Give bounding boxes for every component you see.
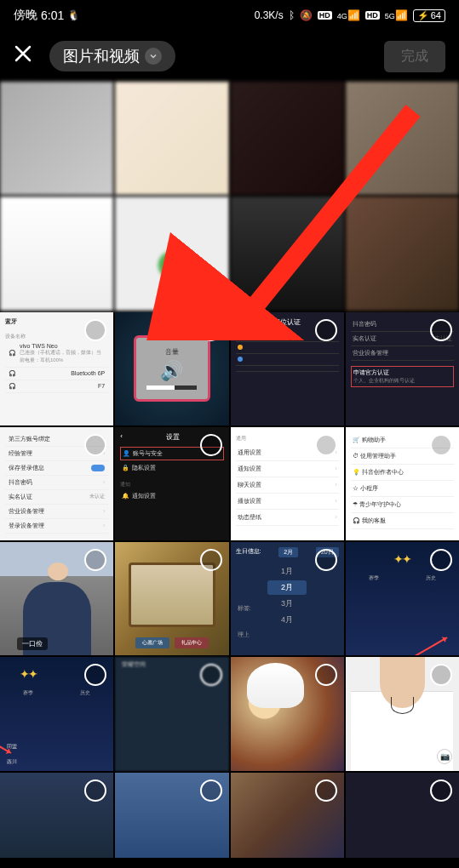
status-bar: 傍晚6:01 🐧 0.3K/s ᛒ 🔕 HD 4G📶 HD 5G📶 ⚡64 xyxy=(0,0,459,31)
rank-tabs: 赛季 历史 xyxy=(346,574,459,582)
volume-overlay: 音量 🔊 xyxy=(134,335,211,401)
select-toggle[interactable] xyxy=(430,779,452,802)
media-tile[interactable]: 荣耀空间 xyxy=(115,657,228,770)
chevron-down-icon xyxy=(145,48,162,65)
media-tile[interactable] xyxy=(231,657,344,770)
select-toggle[interactable] xyxy=(84,319,106,341)
signal-5g: 5G📶 xyxy=(385,9,408,21)
speaker-icon: 🔊 xyxy=(160,360,183,382)
rank-tabs: 赛季 历史 xyxy=(0,689,113,697)
character-hair xyxy=(247,663,304,708)
media-tile[interactable] xyxy=(0,773,113,858)
game-buttons: 心愿广场 礼品中心 xyxy=(115,637,228,648)
media-tile[interactable] xyxy=(115,82,228,195)
person-caption: 一口俭 xyxy=(17,637,48,650)
media-tile[interactable]: ‹设置 👤账号与安全 🔒隐私设置 通知 🔔通知设置 xyxy=(115,427,228,540)
media-tile[interactable] xyxy=(0,82,113,195)
media-tile[interactable] xyxy=(0,197,113,310)
rank-text: 同盟 xyxy=(7,743,17,751)
select-toggle[interactable] xyxy=(315,779,337,802)
select-toggle[interactable] xyxy=(430,664,452,686)
signal-4g: 4G📶 xyxy=(337,9,360,21)
form-line xyxy=(236,354,339,366)
select-toggle[interactable] xyxy=(315,434,337,456)
dropdown-label: 图片和视频 xyxy=(63,46,140,66)
settings-row: 🔔通知设置 xyxy=(120,488,223,504)
qq-icon: 🐧 xyxy=(67,9,80,21)
select-toggle[interactable] xyxy=(315,664,337,686)
settings-row: 营业设备管理 xyxy=(351,346,454,361)
rank-badge-icon: ✦✦ xyxy=(393,552,410,566)
select-toggle[interactable] xyxy=(200,664,222,686)
settings-row: 营业设备管理› xyxy=(5,505,108,519)
settings-row: 动态壁纸› xyxy=(236,510,339,526)
volume-bar xyxy=(146,385,197,390)
select-toggle[interactable] xyxy=(200,549,222,571)
select-toggle[interactable] xyxy=(430,434,452,456)
media-tile[interactable] xyxy=(346,82,459,195)
time-prefix: 傍晚 xyxy=(14,8,37,23)
media-tile[interactable]: 一口俭 xyxy=(0,542,113,655)
bt-device-row: 🎧F7 xyxy=(5,380,108,393)
media-tile[interactable]: 通用 通用设置› 通知设置› 聊天设置› 播放设置› 动态壁纸› xyxy=(231,427,344,540)
media-tile[interactable] xyxy=(115,773,228,858)
media-tile[interactable]: 生日信息: 2月 20日 1月 2月 3月 4月 标签: 理上 xyxy=(231,542,344,655)
media-tile[interactable]: 📷 xyxy=(346,657,459,770)
media-tile[interactable]: 音量 🔊 xyxy=(115,312,228,425)
media-tile[interactable] xyxy=(231,773,344,858)
necklace xyxy=(391,697,414,714)
bluetooth-icon: ᛒ xyxy=(289,9,295,21)
picker-header: 图片和视频 完成 xyxy=(0,31,459,82)
settings-row: 播放设置› xyxy=(236,494,339,510)
select-toggle[interactable] xyxy=(315,319,337,341)
select-toggle[interactable] xyxy=(200,779,222,802)
media-tile[interactable] xyxy=(231,197,344,310)
media-tile[interactable]: 心愿广场 礼品中心 xyxy=(115,542,228,655)
select-toggle[interactable] xyxy=(84,549,106,571)
game-button: 心愿广场 xyxy=(135,637,169,648)
tile-label: 荣耀空间 xyxy=(122,660,146,669)
select-toggle[interactable] xyxy=(200,319,222,341)
media-tile[interactable] xyxy=(346,197,459,310)
media-tile[interactable]: 第三方账号绑定› 经验管理› 保存登录信息 抖音密码› 实名认证未认证 营业设备… xyxy=(0,427,113,540)
select-toggle[interactable] xyxy=(430,549,452,571)
select-toggle[interactable] xyxy=(315,549,337,571)
date-label: 理上 xyxy=(238,631,250,639)
battery-indicator: ⚡64 xyxy=(413,9,445,22)
select-toggle[interactable] xyxy=(200,434,222,456)
rank-text: 西川 xyxy=(7,758,17,766)
done-button[interactable]: 完成 xyxy=(384,41,445,72)
month-picker: 1月 2月 3月 4月 xyxy=(236,564,339,627)
select-toggle[interactable] xyxy=(84,434,106,456)
arrow-annotation-icon xyxy=(408,637,448,655)
media-tile[interactable]: ✦✦ 赛季 历史 同盟 西川 xyxy=(0,657,113,770)
settings-row: 保存登录信息 xyxy=(5,461,108,476)
rank-badge-icon: ✦✦ xyxy=(20,667,37,681)
media-tile[interactable]: 🛒 购物助手 ⏱ 使用管理助手 💡 抖音创作者中心 ☆ 小程序 ☂ 青少年守护中… xyxy=(346,427,459,540)
settings-row: 登录设备管理› xyxy=(5,519,108,534)
settings-row: 抖音密码› xyxy=(5,476,108,490)
bt-device-row: 🎧vivo TWS Neo已连接（手机通话，音频，媒体）当前电量：耳机100% xyxy=(5,340,108,368)
settings-row: 实名认证未认证 xyxy=(5,490,108,505)
media-grid[interactable]: 蓝牙 设备名称 🎧vivo TWS Neo已连接（手机通话，音频，媒体）当前电量… xyxy=(0,82,459,858)
media-tile[interactable]: 蓝牙 设备名称 🎧vivo TWS Neo已连接（手机通话，音频，媒体）当前电量… xyxy=(0,312,113,425)
select-toggle[interactable] xyxy=(84,664,106,686)
media-type-dropdown[interactable]: 图片和视频 xyxy=(49,41,175,71)
settings-row: ☆ 小程序 xyxy=(351,481,454,497)
select-toggle[interactable] xyxy=(84,779,106,802)
media-tile[interactable]: 抖音密码 实名认证未认证 营业设备管理 申请官方认证 个人、企业机构的账号认证 xyxy=(346,312,459,425)
media-tile[interactable] xyxy=(231,82,344,195)
form-line xyxy=(236,366,339,372)
media-tile[interactable]: 职位认证 xyxy=(231,312,344,425)
bt-device-row: 🎧Bluetooth 6P xyxy=(5,368,108,380)
media-tile[interactable] xyxy=(346,773,459,858)
select-toggle[interactable] xyxy=(430,319,452,341)
media-tile[interactable]: ✦✦ 赛季 历史 xyxy=(346,542,459,655)
settings-row: ☂ 青少年守护中心 xyxy=(351,497,454,513)
hd-badge-2: HD xyxy=(365,11,380,20)
volume-label: 音量 xyxy=(165,347,179,357)
date-label: 标签: xyxy=(238,604,251,613)
media-tile[interactable] xyxy=(115,197,228,310)
close-button[interactable] xyxy=(14,44,39,68)
network-speed: 0.3K/s xyxy=(255,9,284,21)
